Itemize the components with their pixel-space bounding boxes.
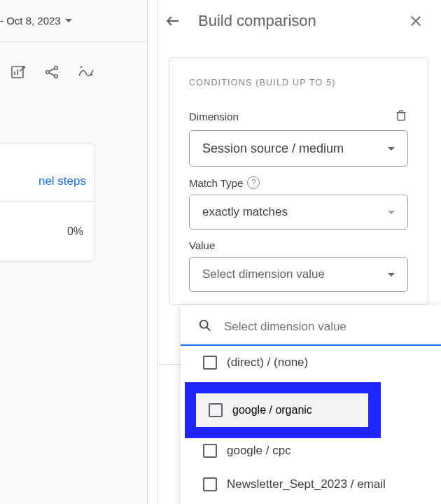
match-type-value: exactly matches	[202, 205, 288, 219]
dimension-label: Dimension	[189, 111, 239, 122]
help-icon[interactable]: ?	[247, 176, 260, 189]
checkbox-icon[interactable]	[209, 403, 223, 417]
panel-divider	[157, 0, 158, 504]
dropdown-option-label: google / organic	[232, 404, 312, 416]
dropdown-search-input[interactable]	[223, 319, 428, 335]
value-select[interactable]: Select dimension value	[189, 257, 408, 292]
dimension-select-value: Session source / medium	[202, 141, 344, 156]
value-label: Value	[189, 239, 215, 251]
svg-point-1	[46, 71, 49, 74]
dropdown-option[interactable]: (direct) / (none)	[181, 346, 441, 379]
delete-icon[interactable]	[394, 108, 408, 125]
chevron-down-icon	[388, 211, 395, 214]
dropdown-option-label: (direct) / (none)	[227, 356, 308, 370]
checkbox-icon[interactable]	[203, 356, 217, 370]
match-type-label: Match Type	[189, 177, 243, 189]
chevron-down-icon	[65, 19, 72, 22]
dropdown-option-label: Newsletter_Sept_2023 / email	[227, 477, 386, 491]
svg-point-3	[55, 75, 57, 78]
close-icon[interactable]	[403, 8, 428, 34]
highlighted-option-frame: google / organic	[185, 382, 381, 438]
svg-rect-4	[398, 113, 405, 120]
dropdown-option-label: google / cpc	[227, 444, 291, 458]
funnel-steps-tab[interactable]: nel steps	[0, 152, 94, 202]
share-icon[interactable]	[43, 64, 60, 83]
mini-stats-card: nel steps 0%	[0, 143, 95, 262]
chevron-down-icon	[388, 273, 395, 276]
dimension-select[interactable]: Session source / medium	[189, 130, 408, 167]
conditions-header: Conditions (build up to 5)	[189, 78, 408, 88]
dropdown-option[interactable]: google / organic	[196, 393, 368, 427]
back-icon[interactable]	[160, 8, 186, 34]
date-range-selector[interactable]: - Oct 8, 2023	[0, 0, 147, 42]
svg-point-2	[55, 66, 57, 69]
search-icon	[197, 318, 213, 336]
edit-chart-icon[interactable]	[10, 64, 27, 83]
dropdown-option[interactable]: Newsletter_Sept_2023 / email	[181, 468, 441, 501]
date-range-text: - Oct 8, 2023	[0, 15, 61, 27]
match-type-select[interactable]: exactly matches	[189, 195, 408, 230]
conditions-card: Conditions (build up to 5) Dimension Ses…	[169, 57, 428, 305]
insights-icon[interactable]	[77, 63, 95, 84]
percent-value: 0%	[0, 202, 94, 238]
dropdown-search-row	[181, 305, 441, 346]
svg-point-5	[200, 321, 208, 328]
value-select-placeholder: Select dimension value	[202, 267, 325, 281]
chevron-down-icon	[388, 147, 395, 150]
panel-title: Build comparison	[198, 12, 391, 30]
checkbox-icon[interactable]	[203, 477, 217, 491]
checkbox-icon[interactable]	[203, 444, 217, 458]
dropdown-option[interactable]: google / cpc	[181, 434, 441, 468]
